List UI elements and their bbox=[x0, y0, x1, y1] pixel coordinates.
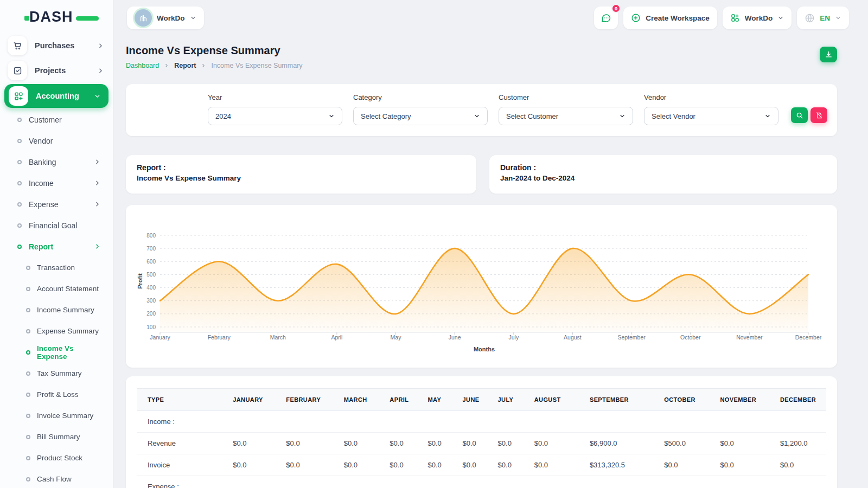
profit-chart-svg: 100200300400500600700800 JanuaryFebruary… bbox=[137, 216, 826, 357]
table-cell: $0.0 bbox=[529, 433, 584, 454]
sidebar-item-customer[interactable]: Customer bbox=[0, 109, 113, 130]
sidebar-item-label: Expense bbox=[29, 200, 58, 209]
search-button[interactable] bbox=[791, 107, 808, 123]
svg-text:600: 600 bbox=[146, 259, 156, 265]
table-section-row: Expense : bbox=[137, 476, 826, 488]
table-header-cell: JUNE bbox=[457, 389, 493, 411]
chevron-right-icon bbox=[201, 63, 206, 68]
language-label: EN bbox=[820, 14, 830, 22]
sidebar-item-report[interactable]: Report bbox=[0, 236, 113, 257]
sidebar-item-income-vs-expense[interactable]: Income Vs Expense bbox=[0, 342, 113, 363]
language-picker[interactable]: EN bbox=[797, 7, 849, 29]
sidebar-item-label: Tax Summary bbox=[37, 369, 82, 377]
income-expense-table-wrap: TYPEJANUARYFEBRUARYMARCHAPRILMAYJUNEJULY… bbox=[137, 388, 826, 488]
table-cell: $0.0 bbox=[659, 454, 714, 476]
svg-text:June: June bbox=[449, 334, 461, 341]
table-cell: $0.0 bbox=[339, 454, 385, 476]
duration-card-value: Jan-2024 to Dec-2024 bbox=[500, 174, 826, 182]
svg-text:August: August bbox=[564, 334, 582, 341]
category-select[interactable]: Select Category bbox=[353, 107, 488, 125]
breadcrumb: Dashboard Report Income Vs Expense Summa… bbox=[126, 62, 837, 69]
sidebar-item-transaction[interactable]: Transaction bbox=[0, 257, 113, 278]
table-cell: $0.0 bbox=[493, 454, 529, 476]
report-card-title: Report : bbox=[137, 163, 465, 172]
sidebar-item-profit-loss[interactable]: Profit & Loss bbox=[0, 384, 113, 405]
chevron-right-icon bbox=[97, 67, 104, 74]
svg-text:October: October bbox=[680, 334, 701, 341]
sidebar-item-tax-summary[interactable]: Tax Summary bbox=[0, 363, 113, 384]
table-row: Invoice$0.0$0.0$0.0$0.0$0.0$0.0$0.0$0.0$… bbox=[137, 454, 826, 476]
sidebar-item-expense-summary[interactable]: Expense Summary bbox=[0, 320, 113, 342]
sidebar-item-income[interactable]: Income bbox=[0, 172, 113, 194]
breadcrumb-dashboard[interactable]: Dashboard bbox=[126, 62, 159, 69]
sidebar-item-label: Income Summary bbox=[37, 306, 94, 314]
breadcrumb-report[interactable]: Report bbox=[174, 62, 196, 69]
chevron-down-icon bbox=[328, 113, 335, 119]
svg-text:300: 300 bbox=[146, 298, 156, 304]
chevron-down-icon bbox=[190, 15, 196, 21]
sidebar-item-label: Bill Summary bbox=[37, 433, 80, 441]
bullet-icon bbox=[26, 308, 30, 312]
sidebar-item-product-stock[interactable]: Product Stock bbox=[0, 447, 113, 468]
sidebar-item-cash-flow[interactable]: Cash Flow bbox=[0, 468, 113, 488]
bullet-icon bbox=[17, 245, 22, 249]
table-cell: $0.0 bbox=[529, 454, 584, 476]
sidebar-item-account-statement[interactable]: Account Statement bbox=[0, 278, 113, 299]
app-switcher-button[interactable]: WorkDo bbox=[723, 7, 792, 29]
chevron-down-icon bbox=[474, 113, 480, 119]
bullet-icon bbox=[17, 160, 22, 164]
year-select[interactable]: 2024 bbox=[208, 107, 342, 125]
topbar: WorkDo 0 Create Workspace bbox=[113, 0, 868, 31]
table-cell: $0.0 bbox=[384, 454, 422, 476]
plus-circle-icon bbox=[631, 13, 641, 23]
workspace-label: WorkDo bbox=[157, 14, 185, 22]
sidebar-item-label: Financial Goal bbox=[29, 221, 78, 230]
customer-select[interactable]: Select Customer bbox=[499, 107, 633, 125]
workspace-avatar bbox=[135, 9, 152, 27]
app-switcher-label: WorkDo bbox=[745, 14, 773, 22]
sidebar-item-banking[interactable]: Banking bbox=[0, 151, 113, 172]
sidebar-item-projects[interactable]: Projects bbox=[0, 58, 113, 83]
sidebar-item-financial-goal[interactable]: Financial Goal bbox=[0, 215, 113, 236]
table-cell: $0.0 bbox=[457, 433, 493, 454]
table-cell: $0.0 bbox=[714, 454, 774, 476]
table-header-cell: JANUARY bbox=[227, 389, 280, 411]
create-workspace-button[interactable]: Create Workspace bbox=[623, 7, 717, 29]
svg-text:April: April bbox=[331, 334, 342, 341]
grid-plus-icon bbox=[730, 13, 740, 23]
sidebar-item-income-summary[interactable]: Income Summary bbox=[0, 299, 113, 320]
table-cell: $1,200.0 bbox=[775, 433, 826, 454]
reset-filter-button[interactable] bbox=[810, 107, 827, 123]
download-button[interactable] bbox=[820, 47, 837, 62]
y-axis-title: Profit bbox=[137, 273, 143, 289]
sidebar-item-invoice-summary[interactable]: Invoice Summary bbox=[0, 405, 113, 426]
customer-select-value: Select Customer bbox=[506, 112, 558, 120]
bullet-icon bbox=[26, 393, 30, 397]
logo-text: DASH bbox=[29, 9, 73, 25]
page-title: Income Vs Expense Summary bbox=[126, 44, 837, 57]
profit-chart: 100200300400500600700800 JanuaryFebruary… bbox=[137, 216, 826, 359]
sidebar-item-label: Vendor bbox=[29, 137, 53, 145]
workspace-switcher[interactable]: WorkDo bbox=[127, 7, 204, 29]
chevron-right-icon bbox=[94, 179, 101, 187]
svg-text:January: January bbox=[150, 334, 170, 341]
report-card-value: Income Vs Expense Summary bbox=[137, 174, 465, 182]
sidebar: DASH PurchasesProjectsAccountingCustomer… bbox=[0, 0, 113, 488]
sidebar-item-label: Invoice Summary bbox=[37, 412, 93, 420]
sidebar-item-bill-summary[interactable]: Bill Summary bbox=[0, 426, 113, 447]
dash-logo[interactable]: DASH bbox=[29, 9, 89, 25]
chevron-down-icon bbox=[764, 113, 771, 119]
table-row-label: Revenue bbox=[137, 433, 227, 454]
chevron-right-icon bbox=[97, 42, 104, 49]
sidebar-item-accounting[interactable]: Accounting bbox=[4, 84, 108, 108]
sidebar-item-purchases[interactable]: Purchases bbox=[0, 33, 113, 58]
messages-button[interactable]: 0 bbox=[594, 7, 618, 29]
table-row: Revenue$0.0$0.0$0.0$0.0$0.0$0.0$0.0$0.0$… bbox=[137, 433, 826, 454]
table-header-cell: SEPTEMBER bbox=[584, 389, 659, 411]
vendor-select[interactable]: Select Vendor bbox=[644, 107, 778, 125]
sidebar-item-vendor[interactable]: Vendor bbox=[0, 130, 113, 151]
table-cell: $0.0 bbox=[280, 433, 338, 454]
sidebar-item-expense[interactable]: Expense bbox=[0, 194, 113, 215]
svg-text:200: 200 bbox=[146, 311, 156, 317]
table-header-cell: JULY bbox=[493, 389, 529, 411]
